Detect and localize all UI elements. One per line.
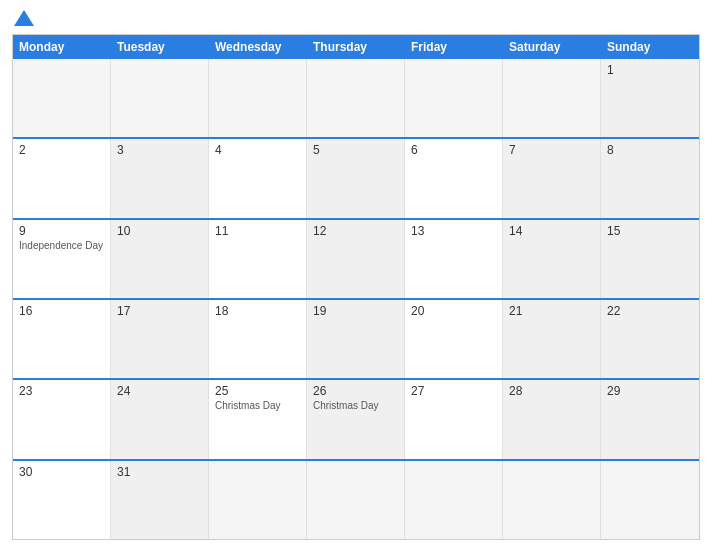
calendar-body: 123456789Independence Day101112131415161…: [13, 59, 699, 539]
day-number: 7: [509, 143, 594, 157]
day-number: 9: [19, 224, 104, 238]
header-day-saturday: Saturday: [503, 35, 601, 59]
holiday-label: Christmas Day: [313, 400, 398, 411]
cal-cell: 9Independence Day: [13, 220, 111, 298]
calendar: MondayTuesdayWednesdayThursdayFridaySatu…: [12, 34, 700, 540]
logo: [12, 10, 36, 26]
cal-cell: 14: [503, 220, 601, 298]
cal-cell: 2: [13, 139, 111, 217]
header-day-friday: Friday: [405, 35, 503, 59]
cal-cell: [209, 59, 307, 137]
day-number: 20: [411, 304, 496, 318]
cal-cell: 12: [307, 220, 405, 298]
day-number: 6: [411, 143, 496, 157]
day-number: 14: [509, 224, 594, 238]
logo-icon: [14, 10, 34, 26]
cal-cell: 27: [405, 380, 503, 458]
cal-cell: 26Christmas Day: [307, 380, 405, 458]
day-number: 12: [313, 224, 398, 238]
day-number: 18: [215, 304, 300, 318]
day-number: 5: [313, 143, 398, 157]
cal-cell: 13: [405, 220, 503, 298]
holiday-label: Christmas Day: [215, 400, 300, 411]
day-number: 27: [411, 384, 496, 398]
cal-cell: 19: [307, 300, 405, 378]
cal-cell: 6: [405, 139, 503, 217]
day-number: 28: [509, 384, 594, 398]
cal-cell: 21: [503, 300, 601, 378]
cal-cell: 22: [601, 300, 699, 378]
header-day-wednesday: Wednesday: [209, 35, 307, 59]
cal-cell: 7: [503, 139, 601, 217]
day-number: 19: [313, 304, 398, 318]
cal-cell: 1: [601, 59, 699, 137]
cal-cell: 24: [111, 380, 209, 458]
cal-cell: [405, 59, 503, 137]
cal-cell: [601, 461, 699, 539]
cal-cell: 8: [601, 139, 699, 217]
day-number: 31: [117, 465, 202, 479]
cal-cell: 11: [209, 220, 307, 298]
header-day-sunday: Sunday: [601, 35, 699, 59]
cal-cell: 29: [601, 380, 699, 458]
day-number: 22: [607, 304, 693, 318]
cal-cell: 28: [503, 380, 601, 458]
header-day-tuesday: Tuesday: [111, 35, 209, 59]
cal-cell: 10: [111, 220, 209, 298]
day-number: 30: [19, 465, 104, 479]
calendar-header: MondayTuesdayWednesdayThursdayFridaySatu…: [13, 35, 699, 59]
day-number: 15: [607, 224, 693, 238]
day-number: 10: [117, 224, 202, 238]
cal-cell: 5: [307, 139, 405, 217]
header-day-monday: Monday: [13, 35, 111, 59]
day-number: 3: [117, 143, 202, 157]
cal-cell: [209, 461, 307, 539]
day-number: 1: [607, 63, 693, 77]
cal-cell: 25Christmas Day: [209, 380, 307, 458]
cal-cell: 16: [13, 300, 111, 378]
cal-cell: [13, 59, 111, 137]
svg-marker-0: [14, 10, 34, 26]
day-number: 4: [215, 143, 300, 157]
page: MondayTuesdayWednesdayThursdayFridaySatu…: [0, 0, 712, 550]
cal-cell: 20: [405, 300, 503, 378]
cal-cell: 4: [209, 139, 307, 217]
cal-cell: 17: [111, 300, 209, 378]
cal-cell: 31: [111, 461, 209, 539]
week-row-1: 2345678: [13, 137, 699, 217]
week-row-2: 9Independence Day101112131415: [13, 218, 699, 298]
header: [12, 10, 700, 26]
day-number: 26: [313, 384, 398, 398]
day-number: 29: [607, 384, 693, 398]
cal-cell: [405, 461, 503, 539]
day-number: 25: [215, 384, 300, 398]
cal-cell: [307, 59, 405, 137]
day-number: 11: [215, 224, 300, 238]
day-number: 2: [19, 143, 104, 157]
header-day-thursday: Thursday: [307, 35, 405, 59]
cal-cell: [307, 461, 405, 539]
cal-cell: [503, 59, 601, 137]
cal-cell: 3: [111, 139, 209, 217]
week-row-5: 3031: [13, 459, 699, 539]
week-row-0: 1: [13, 59, 699, 137]
week-row-4: 232425Christmas Day26Christmas Day272829: [13, 378, 699, 458]
day-number: 13: [411, 224, 496, 238]
cal-cell: 15: [601, 220, 699, 298]
day-number: 23: [19, 384, 104, 398]
day-number: 16: [19, 304, 104, 318]
cal-cell: [111, 59, 209, 137]
day-number: 8: [607, 143, 693, 157]
day-number: 17: [117, 304, 202, 318]
day-number: 21: [509, 304, 594, 318]
week-row-3: 16171819202122: [13, 298, 699, 378]
cal-cell: 18: [209, 300, 307, 378]
cal-cell: [503, 461, 601, 539]
holiday-label: Independence Day: [19, 240, 104, 251]
day-number: 24: [117, 384, 202, 398]
cal-cell: 23: [13, 380, 111, 458]
cal-cell: 30: [13, 461, 111, 539]
